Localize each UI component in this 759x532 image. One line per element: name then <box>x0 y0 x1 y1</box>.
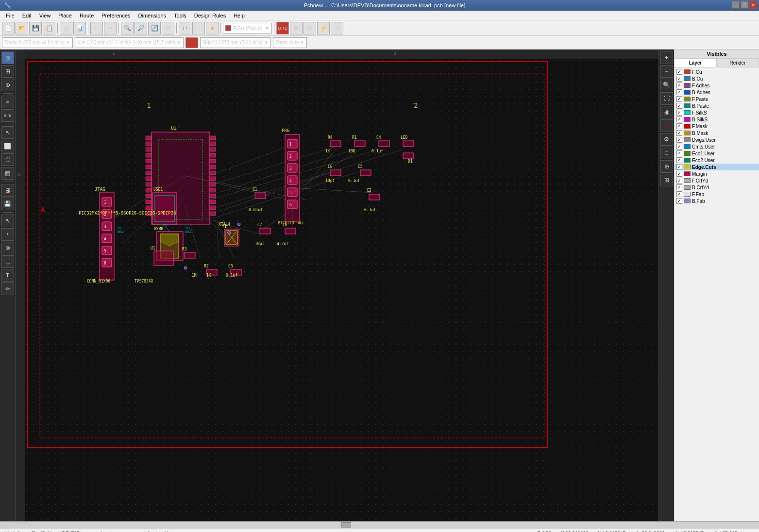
undo-button[interactable]: ↩ <box>90 22 103 34</box>
layer-item-b-silks[interactable]: ✓B.SilkS <box>675 116 759 123</box>
layer-item-eco2-user[interactable]: ✓Eco2.User <box>675 157 759 164</box>
layer-item-b-crtyd[interactable]: ✓B.CrtYd <box>675 184 759 191</box>
print-tool[interactable]: 🖨 <box>1 184 14 197</box>
layer-item-b-cu[interactable]: ✓B.Cu <box>675 75 759 82</box>
select-tool[interactable]: ↖ <box>1 215 14 227</box>
layer-checkbox-f-cu[interactable]: ✓ <box>676 69 682 75</box>
track-width-dropdown[interactable]: Track: 0.250 mm (9.84 mils) ▼ <box>2 37 73 48</box>
layer-checkbox-f-mask[interactable]: ✓ <box>676 123 682 129</box>
save-button[interactable]: 💾 <box>29 22 42 34</box>
saveas-button[interactable]: 📋 <box>43 22 55 34</box>
layer-item-f-paste[interactable]: ✓F.Paste <box>675 96 759 102</box>
menu-view[interactable]: View <box>35 12 55 19</box>
save-tool[interactable]: 💾 <box>1 198 14 210</box>
add-track-button[interactable]: T+ <box>179 22 191 34</box>
layer-item-f-mask[interactable]: ✓F.Mask <box>675 123 759 130</box>
layer-item-f-fab[interactable]: ✓F.Fab <box>675 191 759 198</box>
tab-layer[interactable]: Layer <box>675 59 717 67</box>
layer-checkbox-margin[interactable]: ✓ <box>676 171 682 177</box>
layer-item-f-cu[interactable]: ✓F.Cu <box>675 68 759 75</box>
inches-toggle[interactable]: in <box>1 96 14 108</box>
menu-edit[interactable]: Edit <box>18 12 35 19</box>
polar-toggle[interactable]: ⊕ <box>1 79 14 91</box>
layer-checkbox-b-fab[interactable]: ✓ <box>676 198 682 204</box>
layer-checkbox-b-mask[interactable]: ✓ <box>676 130 682 136</box>
layer-checkbox-cmts-user[interactable]: ✓ <box>676 144 682 150</box>
right-zoomout[interactable]: − <box>660 65 673 78</box>
layer-checkbox-b-cu[interactable]: ✓ <box>676 76 682 82</box>
layer-checkbox-edge-cuts[interactable]: ✓ <box>676 164 682 170</box>
layer-item-b-mask[interactable]: ✓B.Mask <box>675 130 759 136</box>
layer-checkbox-dwgs-user[interactable]: ✓ <box>676 137 682 143</box>
menu-help[interactable]: Help <box>230 12 249 19</box>
layer-checkbox-f-silks[interactable]: ✓ <box>676 110 682 116</box>
zoomin-button[interactable]: 🔍 <box>121 22 134 34</box>
layer-checkbox-f-fab[interactable]: ✓ <box>676 191 682 197</box>
3d-view-btn[interactable]: 3D <box>331 22 343 34</box>
grid-btn[interactable]: ⊞ <box>290 22 303 34</box>
open-button[interactable]: 📂 <box>16 22 28 34</box>
ratsnest-button[interactable]: ⊗ <box>206 22 219 34</box>
menu-file[interactable]: File <box>2 12 18 19</box>
menu-preferences[interactable]: Preferences <box>98 12 134 19</box>
right-inspect[interactable]: ⛶ <box>660 92 673 105</box>
canvas-area[interactable]: 1 2 A <box>16 50 658 521</box>
menu-route[interactable]: Route <box>76 12 98 19</box>
close-button[interactable]: ✕ <box>749 1 757 9</box>
layer-checkbox-eco2-user[interactable]: ✓ <box>676 157 682 163</box>
hscrollbar[interactable] <box>0 521 759 528</box>
netlist-button[interactable]: NET <box>192 22 205 34</box>
layer-selector[interactable]: F.Cu (PgUp) ▼ <box>223 23 272 33</box>
orient-btn[interactable]: ⚡ <box>317 22 330 34</box>
layer-checkbox-b-silks[interactable]: ✓ <box>676 116 682 122</box>
refresh-button[interactable]: 🔄 <box>148 22 161 34</box>
pad-display[interactable]: ⬜ <box>1 140 14 152</box>
hscroll-thumb[interactable] <box>341 522 351 528</box>
polar-btn[interactable]: ⊕ <box>304 22 316 34</box>
menu-design-rules[interactable]: Design Rules <box>190 12 230 19</box>
new-button[interactable]: 📄 <box>2 22 15 34</box>
ratsnest-toggle[interactable]: ⬡ <box>1 153 14 166</box>
right-zoomin[interactable]: + <box>660 51 673 64</box>
right-search[interactable]: 🔍 <box>660 79 673 91</box>
tab-render[interactable]: Render <box>717 59 759 67</box>
layer-checkbox-f-paste[interactable]: ✓ <box>676 96 682 102</box>
layer-item-eco1-user[interactable]: ✓Eco1.User <box>675 150 759 157</box>
right-drc[interactable]: ⚠ <box>660 119 673 132</box>
mm-toggle[interactable]: mm <box>1 109 14 122</box>
zoom-fit-button[interactable]: ⊡ <box>162 22 174 34</box>
redo-button[interactable]: ↪ <box>104 22 117 34</box>
fanout-tool[interactable]: ⊗ <box>1 242 14 254</box>
menu-dimensions[interactable]: Dimensions <box>135 12 170 19</box>
drc-button[interactable]: DRC <box>276 22 289 34</box>
text-tool[interactable]: T <box>1 269 14 282</box>
copper-fill[interactable]: ▦ <box>1 167 14 180</box>
layer-item-b-paste[interactable]: ✓B.Paste <box>675 102 759 109</box>
grid-toggle[interactable]: ⊞ <box>1 65 14 78</box>
print-button[interactable]: 🖨 <box>60 22 72 34</box>
layer-item-b-fab[interactable]: ✓B.Fab <box>675 198 759 204</box>
layer-item-edge-cuts[interactable]: ✓Edge.Cuts <box>675 164 759 170</box>
arc-tool[interactable]: ◡ <box>1 255 14 268</box>
via-size-dropdown[interactable]: Via: 0.80 mm (31.5 mils)/ 0.40 mm (15.7 … <box>75 37 184 48</box>
right-grid-arr[interactable]: ⊞ <box>660 174 673 186</box>
zoom-dropdown[interactable]: Zoom Auto ▼ <box>273 37 307 48</box>
layer-checkbox-b-adhes[interactable]: ✓ <box>676 89 682 95</box>
highlight-tool[interactable]: ◎ <box>1 51 14 64</box>
grid-dropdown[interactable]: Grid: 0.1270 mm (5.00 mils) ▼ <box>200 37 271 48</box>
cursor-normal[interactable]: ↖ <box>1 126 14 139</box>
layer-checkbox-f-adhes[interactable]: ✓ <box>676 83 682 88</box>
route-tool[interactable]: / <box>1 228 14 241</box>
layer-checkbox-b-crtyd[interactable]: ✓ <box>676 184 682 190</box>
right-pad[interactable]: □ <box>660 147 673 159</box>
maximize-button[interactable]: □ <box>741 1 748 9</box>
layer-item-f-crtyd[interactable]: ✓F.CrtYd <box>675 177 759 184</box>
plot-button[interactable]: 📊 <box>73 22 86 34</box>
right-origin[interactable]: ⊕ <box>660 160 673 173</box>
layer-item-cmts-user[interactable]: ✓Cmts.User <box>675 143 759 150</box>
layer-checkbox-eco1-user[interactable]: ✓ <box>676 150 682 156</box>
layer-item-margin[interactable]: ✓Margin <box>675 170 759 177</box>
minimize-button[interactable]: ─ <box>732 1 740 9</box>
draw-line-tool[interactable]: ✏ <box>1 283 14 295</box>
layer-item-f-silks[interactable]: ✓F.SilkS <box>675 109 759 116</box>
